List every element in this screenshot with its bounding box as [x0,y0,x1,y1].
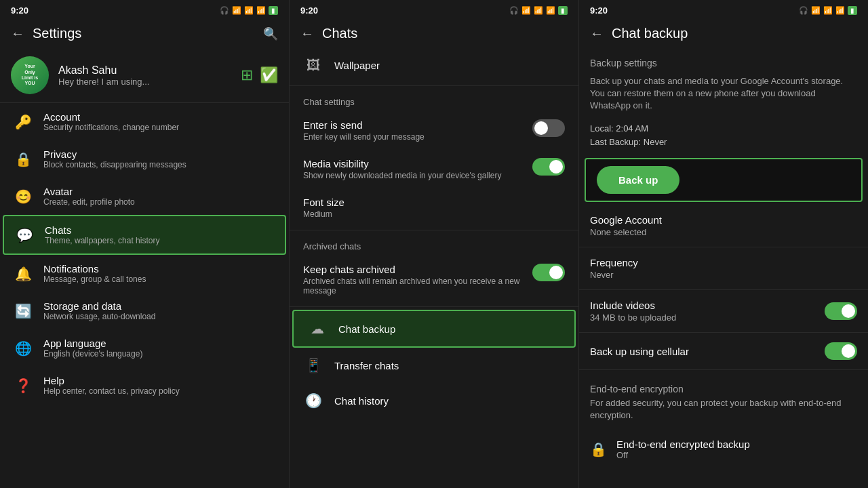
encrypted-lock-icon: 🔒 [590,441,607,458]
keep-archived-label: Keep chats archived [303,264,524,275]
media-visibility-sublabel: Show newly downloaded media in your devi… [303,171,524,180]
divider-3 [290,306,578,307]
encryption-desc: For added security, you can protect your… [579,397,868,428]
notifications-sublabel: Message, group & call tones [43,274,275,284]
archived-title: Archived chats [290,233,578,256]
menu-item-help[interactable]: ❓ Help Help center, contact us, privacy … [3,367,286,404]
menu-item-avatar[interactable]: 😊 Avatar Create, edit, profile photo [3,178,286,215]
back-button-right[interactable]: ← [590,26,604,41]
encrypted-backup-value: Off [616,450,857,460]
keep-archived-toggle[interactable] [532,264,565,281]
storage-icon: 🔄 [14,303,33,319]
settings-menu-list: 🔑 Account Security notifications, change… [0,103,289,488]
status-bar-middle: 9:20 🎧 📶 📶 📶 ▮ [290,0,578,19]
chats-panel-title: Chats [322,26,568,41]
chats-icon: 💬 [15,227,34,243]
google-account-value: None selected [590,227,857,237]
time-left: 9:20 [11,5,28,16]
backup-content: Backup settings Back up your chats and m… [579,48,868,488]
status-icons-right: 🎧 📶 📶 📶 ▮ [799,6,857,15]
settings-title: Settings [33,26,255,41]
backup-title: Chat backup [612,26,857,41]
notifications-label: Notifications [43,263,275,274]
privacy-label: Privacy [43,148,275,160]
last-backup: Last Backup: Never [590,136,857,150]
chats-sublabel: Theme, wallpapers, chat history [45,236,274,245]
divider-2 [290,230,578,230]
include-videos-row: Include videos 34 MB to be uploaded [579,290,868,333]
backup-header: ← Chat backup [579,19,868,48]
storage-label: Storage and data [43,300,275,312]
font-size-row[interactable]: Font size Medium [290,188,578,227]
language-label: App language [43,338,275,349]
menu-item-privacy[interactable]: 🔒 Privacy Block contacts, disappearing m… [3,140,286,178]
cloud-upload-icon: ☁ [307,321,328,337]
bell-icon: 🔔 [14,266,33,282]
profile-section[interactable]: YourOnlyLimit isYOU Akash Sahu Hey there… [0,48,289,103]
encrypted-backup-label: End-to-end encrypted backup [616,439,857,450]
qr-icon[interactable]: ⊞ [241,66,253,84]
chat-settings-title: Chat settings [290,89,578,111]
chats-label: Chats [45,224,274,236]
media-visibility-toggle[interactable] [532,158,565,176]
status-icons-left: 🎧 📶 📶 📶 ▮ [220,6,278,15]
local-time: Local: 2:04 AM [590,122,857,136]
status-check-icon[interactable]: ✅ [260,66,278,84]
include-videos-value: 34 MB to be uploaded [590,312,825,323]
key-icon: 🔑 [14,114,33,130]
back-button-left[interactable]: ← [11,26,24,41]
search-icon[interactable]: 🔍 [263,26,278,41]
menu-item-notifications[interactable]: 🔔 Notifications Message, group & call to… [3,255,286,292]
settings-header: ← Settings 🔍 [0,19,289,48]
cellular-row: Back up using cellular [579,333,868,370]
font-size-label: Font size [303,197,565,208]
help-label: Help [43,375,275,386]
cellular-toggle[interactable] [825,342,857,360]
chat-backup-item[interactable]: ☁ Chat backup [292,310,576,348]
menu-item-chats[interactable]: 💬 Chats Theme, wallpapers, chat history [3,215,286,255]
account-label: Account [43,111,275,123]
transfer-chats-item[interactable]: 📱 Transfer chats [290,348,578,383]
avatar-sublabel: Create, edit, profile photo [43,197,275,207]
avatar-icon: 😊 [14,188,33,205]
profile-name: Akash Sahu [58,64,231,77]
cellular-label: Back up using cellular [590,346,825,357]
chat-history-label: Chat history [334,395,565,407]
enter-is-send-row: Enter is send Enter key will send your m… [290,111,578,150]
backup-btn-container: Back up [585,158,863,202]
google-account-row[interactable]: Google Account None selected [579,205,868,247]
lock-icon: 🔒 [14,151,33,167]
backup-description: Back up your chats and media to your Goo… [579,73,868,119]
media-visibility-row: Media visibility Show newly downloaded m… [290,150,578,188]
settings-panel: 9:20 🎧 📶 📶 📶 ▮ ← Settings 🔍 YourOnlyLimi… [0,0,290,488]
avatar-label: Avatar [43,186,275,197]
frequency-value: Never [590,270,857,280]
backup-settings-title: Backup settings [579,48,868,73]
menu-item-language[interactable]: 🌐 App language English (device's languag… [3,329,286,367]
chat-backup-panel: 9:20 🎧 📶 📶 📶 ▮ ← Chat backup Backup sett… [579,0,868,488]
encrypted-backup-row[interactable]: 🔒 End-to-end encrypted backup Off [579,429,868,470]
google-account-label: Google Account [590,214,857,226]
media-visibility-label: Media visibility [303,158,524,169]
wallpaper-item[interactable]: 🖼 Wallpaper [290,48,578,83]
backup-button[interactable]: Back up [597,166,679,194]
include-videos-toggle[interactable] [825,302,857,320]
include-videos-label: Include videos [590,300,825,311]
wallpaper-icon: 🖼 [303,58,323,73]
frequency-row[interactable]: Frequency Never [579,247,868,290]
divider-1 [290,85,578,86]
backup-info: Local: 2:04 AM Last Backup: Never [579,119,868,156]
back-button-middle[interactable]: ← [300,26,314,41]
chat-history-item[interactable]: 🕐 Chat history [290,383,578,418]
globe-icon: 🌐 [14,340,33,357]
keep-archived-row: Keep chats archived Archived chats will … [290,256,578,304]
chats-header: ← Chats [290,19,578,48]
enter-is-send-toggle[interactable] [532,119,565,137]
menu-item-account[interactable]: 🔑 Account Security notifications, change… [3,103,286,140]
help-sublabel: Help center, contact us, privacy policy [43,386,275,396]
enter-is-send-label: Enter is send [303,119,524,131]
status-bar-right: 9:20 🎧 📶 📶 📶 ▮ [579,0,868,19]
avatar: YourOnlyLimit isYOU [11,56,49,94]
menu-item-storage[interactable]: 🔄 Storage and data Network usage, auto-d… [3,292,286,329]
enter-is-send-sublabel: Enter key will send your message [303,132,524,142]
